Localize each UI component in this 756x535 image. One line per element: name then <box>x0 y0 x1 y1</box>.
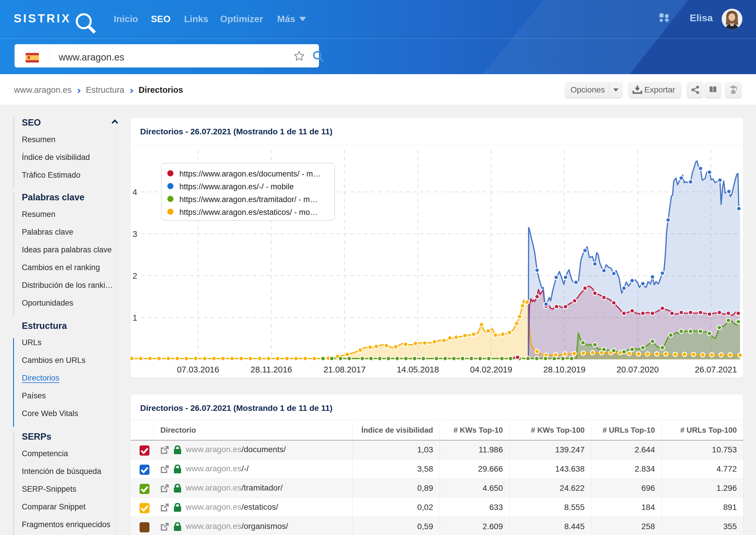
svg-text:04.02.2019: 04.02.2019 <box>470 365 512 374</box>
svg-text:https://www.aragon.es/document: https://www.aragon.es/documents/ - m… <box>180 170 321 178</box>
svg-text:2: 2 <box>133 271 137 281</box>
svg-text:28.10.2019: 28.10.2019 <box>543 365 585 374</box>
svg-text:21.08.2017: 21.08.2017 <box>323 365 366 374</box>
svg-text:https://www.aragon.es/estatico: https://www.aragon.es/estaticos/ - mo… <box>180 208 318 217</box>
svg-text:https://www.aragon.es/-/ - mob: https://www.aragon.es/-/ - mobile <box>180 182 294 191</box>
svg-text:4: 4 <box>133 187 137 197</box>
svg-text:1: 1 <box>133 313 137 323</box>
svg-text:07.03.2016: 07.03.2016 <box>177 365 219 374</box>
svg-text:28.11.2016: 28.11.2016 <box>251 365 292 374</box>
svg-text:26.07.2021: 26.07.2021 <box>695 365 737 374</box>
svg-text:20.07.2020: 20.07.2020 <box>616 365 658 374</box>
svg-text:3: 3 <box>133 229 137 239</box>
svg-text:https://www.aragon.es/tramitad: https://www.aragon.es/tramitador/ - m… <box>180 195 318 204</box>
svg-text:14.05.2018: 14.05.2018 <box>397 365 439 374</box>
